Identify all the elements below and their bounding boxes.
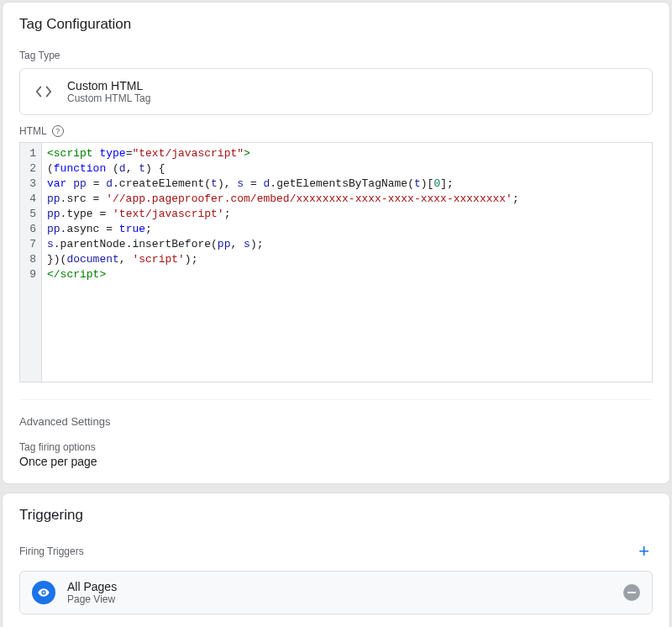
tag-type-sub: Custom HTML Tag — [67, 92, 150, 104]
line-number: 1 — [25, 146, 36, 161]
eye-icon — [32, 581, 55, 604]
code-line[interactable]: </script> — [47, 267, 647, 282]
line-number: 9 — [25, 267, 36, 282]
trigger-sub: Page View — [67, 593, 612, 605]
line-number: 3 — [25, 177, 36, 192]
html-code-editor[interactable]: 123456789 <script type="text/javascript"… — [19, 142, 653, 382]
code-line[interactable]: })(document, 'script'); — [47, 252, 647, 267]
triggering-title: Triggering — [3, 493, 669, 530]
code-line[interactable]: pp.type = 'text/javascript'; — [47, 207, 647, 222]
trigger-name: All Pages — [67, 580, 612, 593]
help-icon[interactable]: ? — [52, 125, 64, 137]
line-number: 7 — [25, 237, 36, 252]
trigger-row[interactable]: All Pages Page View — [19, 571, 653, 614]
code-body[interactable]: <script type="text/javascript">(function… — [42, 143, 652, 382]
advanced-settings-heading[interactable]: Advanced Settings — [3, 400, 669, 431]
code-line[interactable]: pp.src = '//app.pageproofer.com/embed/xx… — [47, 192, 647, 207]
code-line[interactable]: (function (d, t) { — [47, 161, 647, 177]
add-trigger-button[interactable]: + — [635, 537, 653, 566]
line-number: 8 — [25, 252, 36, 267]
add-exception-button[interactable]: Add Exception — [3, 623, 669, 627]
remove-trigger-button[interactable] — [623, 584, 640, 601]
triggering-card: Triggering Firing Triggers + All Pages P… — [2, 493, 670, 627]
tag-config-title: Tag Configuration — [3, 3, 669, 40]
line-number: 5 — [25, 207, 36, 222]
tag-firing-options-value: Once per page — [3, 453, 669, 483]
tag-type-name: Custom HTML — [67, 79, 150, 92]
code-line[interactable]: pp.async = true; — [47, 222, 647, 237]
firing-triggers-label: Firing Triggers — [19, 545, 84, 557]
code-line[interactable]: var pp = d.createElement(t), s = d.getEl… — [47, 177, 647, 192]
tag-type-selector[interactable]: Custom HTML Custom HTML Tag — [19, 68, 653, 115]
code-gutter: 123456789 — [20, 143, 42, 382]
code-brackets-icon — [34, 82, 54, 102]
tag-type-label: Tag Type — [3, 40, 669, 68]
code-line[interactable]: <script type="text/javascript"> — [47, 146, 647, 161]
line-number: 6 — [25, 222, 36, 237]
tag-configuration-card: Tag Configuration Tag Type Custom HTML C… — [2, 2, 670, 484]
code-line[interactable]: s.parentNode.insertBefore(pp, s); — [47, 237, 647, 252]
tag-firing-options-label: Tag firing options — [3, 431, 669, 453]
html-label: HTML — [19, 125, 47, 137]
line-number: 2 — [25, 161, 36, 177]
line-number: 4 — [25, 192, 36, 207]
